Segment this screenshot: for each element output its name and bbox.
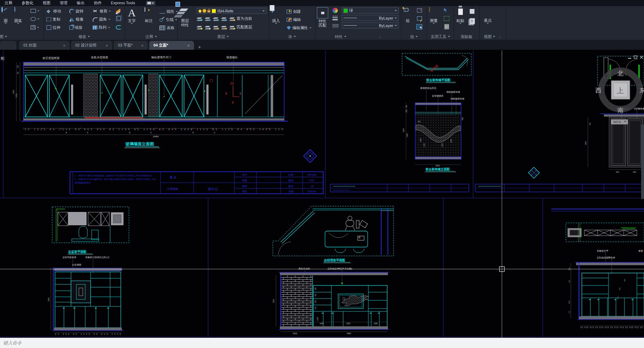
layer-isolate-icon[interactable] — [205, 17, 211, 21]
menu-annotate[interactable]: 注释 — [0, 0, 17, 6]
viewcube-top[interactable]: 上 — [617, 87, 624, 95]
lineweight-icon-button[interactable] — [332, 16, 338, 21]
new-tab-button[interactable]: + — [195, 44, 204, 50]
fillet-button[interactable]: 圆角 — [93, 17, 110, 22]
scale-button[interactable]: 缩放 — [69, 25, 82, 30]
tab-02-notes[interactable]: 02 设计说明× — [71, 41, 112, 50]
panel-label-annotate[interactable]: 注释 — [125, 33, 177, 40]
tab-partial[interactable] — [0, 41, 16, 50]
menu-parametric[interactable]: 参数化 — [17, 0, 38, 6]
paste-button[interactable]: 粘贴 — [455, 7, 466, 24]
rotate-button[interactable]: 旋转 — [69, 9, 83, 14]
edit-block-button[interactable]: 编辑 — [287, 17, 301, 22]
linear-dim-button[interactable]: 线性 — [159, 9, 178, 14]
minimize-icon[interactable] — [628, 58, 631, 59]
group-edit-button[interactable] — [417, 16, 422, 21]
copy-button[interactable]: 复制 — [47, 17, 60, 22]
menu-view[interactable]: 视图 — [38, 0, 55, 6]
set-current-button[interactable]: 置为当前 — [229, 16, 252, 21]
tab-close-icon[interactable]: × — [141, 43, 144, 48]
measure-button[interactable]: 测量 — [428, 7, 439, 24]
linetype-select[interactable]: ByLayer — [342, 22, 399, 28]
color-wheel-button[interactable] — [332, 8, 338, 13]
layer-unlock-icon[interactable] — [213, 25, 219, 30]
menu-express-tools[interactable]: Express Tools — [106, 0, 140, 6]
viewcube-west[interactable]: 西 — [595, 87, 601, 94]
erase-button[interactable] — [116, 8, 121, 12]
tab-close-icon[interactable]: × — [63, 43, 65, 48]
layer-turn-on-icon[interactable] — [197, 25, 202, 30]
linetype-icon-button[interactable] — [332, 24, 339, 28]
tab-01-cover[interactable]: 01 封面× — [19, 41, 70, 50]
table-button[interactable]: 表格 — [159, 25, 174, 31]
ellipse-button[interactable] — [31, 17, 39, 21]
layer-freeze-icon[interactable] — [203, 9, 206, 12]
arc-button[interactable]: 圆弧 — [13, 7, 23, 24]
viewcube-east[interactable]: 东 — [639, 87, 644, 94]
cut-button[interactable] — [470, 9, 475, 14]
dimension-button[interactable]: 标注 — [144, 7, 154, 23]
panel-label-view[interactable]: 视图⌄ — [480, 33, 506, 40]
command-prompt[interactable]: 键入命令 — [3, 340, 22, 346]
group-button[interactable]: 组 — [402, 7, 413, 23]
layer-thaw-icon[interactable] — [205, 25, 211, 30]
command-bar[interactable]: 键入命令 — [0, 338, 644, 348]
tab-03-plan[interactable]: 03 平面*× — [114, 41, 148, 50]
layer-select[interactable]: ISH-Refe — [197, 8, 266, 14]
close-icon[interactable] — [640, 56, 643, 59]
panel-label-group[interactable]: 组 — [401, 33, 427, 40]
copy-clip-button[interactable] — [470, 18, 475, 24]
panel-label-properties[interactable]: 特性⌄ — [315, 33, 401, 40]
lineweight-select[interactable]: ByLayer — [342, 15, 399, 21]
trim-button[interactable]: 修剪 — [93, 9, 111, 14]
panel-label-draw[interactable]: 绘图 — [0, 33, 43, 40]
match-properties-button[interactable]: 特性匹配 — [317, 7, 328, 27]
viewcube-south[interactable]: 南 — [617, 107, 623, 114]
box3d-button[interactable] — [116, 16, 121, 21]
leader-button[interactable]: 引线 — [159, 17, 177, 22]
layer-lock2-icon[interactable] — [221, 17, 227, 21]
panel-label-block[interactable]: 块 — [269, 33, 315, 40]
ungroup-button[interactable]: ✕ — [417, 8, 422, 12]
layer-select-arrow[interactable] — [263, 10, 265, 12]
tab-close-icon[interactable]: × — [106, 43, 108, 48]
text-button[interactable]: A 文字 — [128, 7, 136, 24]
layer-off-icon[interactable] — [197, 17, 202, 21]
panel-label-clipboard[interactable]: 剪贴板 — [454, 33, 479, 40]
create-block-button[interactable]: 创建 — [287, 9, 301, 14]
match-layer-button[interactable]: 匹配图层 — [229, 25, 252, 30]
model-space-canvas[interactable]: 柜 铁艺造型框架 灰色水泥墙面 钢化玻璃平开门 墙面做白 — [0, 50, 644, 338]
layer-on-icon[interactable] — [199, 10, 201, 12]
move-button[interactable]: ✥移动 — [47, 9, 61, 14]
quick-select-button[interactable] — [444, 8, 449, 12]
tab-close-icon[interactable]: × — [188, 43, 190, 48]
menu-output[interactable]: 输出 — [72, 0, 89, 6]
mirror-button[interactable]: 镜像 — [69, 17, 83, 22]
stretch-button[interactable]: 拉伸 — [47, 25, 60, 30]
menu-collaborate[interactable]: 协作 — [89, 0, 106, 6]
workspace-switch-icon[interactable] — [146, 1, 155, 5]
menu-manage[interactable]: 管理 — [55, 0, 72, 6]
panel-label-utilities[interactable]: 实用工具 — [427, 33, 454, 40]
insert-block-button[interactable]: 插入 — [271, 7, 281, 24]
layer-unlock2-icon[interactable] — [221, 25, 227, 30]
select-similar-button[interactable] — [444, 16, 449, 21]
palette-scrollbar[interactable] — [641, 124, 644, 199]
edit-attrib-button[interactable]: 编辑属性 — [287, 25, 312, 31]
group-select-toggle[interactable] — [416, 24, 422, 30]
hatch-button[interactable] — [31, 25, 39, 30]
wcs-dropdown[interactable]: WCS — [611, 119, 628, 124]
base-view-button[interactable]: 基点 — [482, 7, 493, 24]
circle-button[interactable]: 圆 — [0, 7, 11, 24]
viewcube-north[interactable]: 北 — [617, 70, 623, 77]
rectangle-button[interactable] — [31, 9, 39, 13]
layer-color-swatch[interactable] — [212, 9, 216, 13]
array-button[interactable]: 阵列 — [93, 25, 110, 30]
layer-properties-button[interactable]: 图层特性 — [180, 7, 190, 27]
tab-04-elevation[interactable]: 04 立面*× — [149, 41, 194, 50]
calculator-button[interactable] — [444, 24, 449, 30]
layer-lock-icon[interactable] — [207, 10, 210, 12]
panel-label-modify[interactable]: 修改 — [44, 33, 125, 40]
object-color-select[interactable]: 绿 — [342, 7, 399, 14]
layer-freeze2-icon[interactable] — [213, 17, 219, 21]
